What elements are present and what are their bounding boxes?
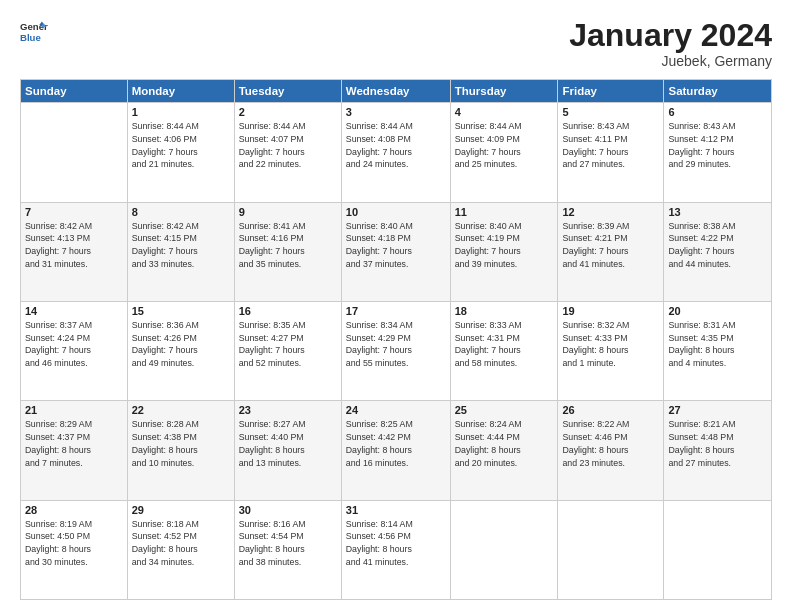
day-info-15: Sunrise: 8:36 AM Sunset: 4:26 PM Dayligh…	[132, 319, 230, 370]
day-number-2: 2	[239, 106, 337, 118]
cell-w2-d3: 17Sunrise: 8:34 AM Sunset: 4:29 PM Dayli…	[341, 301, 450, 400]
day-info-8: Sunrise: 8:42 AM Sunset: 4:15 PM Dayligh…	[132, 220, 230, 271]
cell-w4-d5	[558, 500, 664, 599]
day-number-26: 26	[562, 404, 659, 416]
page: General Blue January 2024 Juebek, German…	[0, 0, 792, 612]
cell-w3-d0: 21Sunrise: 8:29 AM Sunset: 4:37 PM Dayli…	[21, 401, 128, 500]
day-info-30: Sunrise: 8:16 AM Sunset: 4:54 PM Dayligh…	[239, 518, 337, 569]
day-info-24: Sunrise: 8:25 AM Sunset: 4:42 PM Dayligh…	[346, 418, 446, 469]
header: General Blue January 2024 Juebek, German…	[20, 18, 772, 69]
day-info-29: Sunrise: 8:18 AM Sunset: 4:52 PM Dayligh…	[132, 518, 230, 569]
day-info-23: Sunrise: 8:27 AM Sunset: 4:40 PM Dayligh…	[239, 418, 337, 469]
day-number-31: 31	[346, 504, 446, 516]
calendar-body: 1Sunrise: 8:44 AM Sunset: 4:06 PM Daylig…	[21, 103, 772, 600]
day-info-5: Sunrise: 8:43 AM Sunset: 4:11 PM Dayligh…	[562, 120, 659, 171]
day-number-6: 6	[668, 106, 767, 118]
day-info-1: Sunrise: 8:44 AM Sunset: 4:06 PM Dayligh…	[132, 120, 230, 171]
cell-w2-d2: 16Sunrise: 8:35 AM Sunset: 4:27 PM Dayli…	[234, 301, 341, 400]
logo-icon: General Blue	[20, 18, 48, 46]
logo: General Blue	[20, 18, 48, 46]
header-row: Sunday Monday Tuesday Wednesday Thursday…	[21, 80, 772, 103]
cell-w3-d3: 24Sunrise: 8:25 AM Sunset: 4:42 PM Dayli…	[341, 401, 450, 500]
cell-w2-d6: 20Sunrise: 8:31 AM Sunset: 4:35 PM Dayli…	[664, 301, 772, 400]
day-number-10: 10	[346, 206, 446, 218]
day-number-5: 5	[562, 106, 659, 118]
day-info-14: Sunrise: 8:37 AM Sunset: 4:24 PM Dayligh…	[25, 319, 123, 370]
cell-w3-d5: 26Sunrise: 8:22 AM Sunset: 4:46 PM Dayli…	[558, 401, 664, 500]
day-number-11: 11	[455, 206, 554, 218]
cell-w4-d3: 31Sunrise: 8:14 AM Sunset: 4:56 PM Dayli…	[341, 500, 450, 599]
day-number-27: 27	[668, 404, 767, 416]
day-number-17: 17	[346, 305, 446, 317]
cell-w3-d6: 27Sunrise: 8:21 AM Sunset: 4:48 PM Dayli…	[664, 401, 772, 500]
day-info-9: Sunrise: 8:41 AM Sunset: 4:16 PM Dayligh…	[239, 220, 337, 271]
cell-w0-d1: 1Sunrise: 8:44 AM Sunset: 4:06 PM Daylig…	[127, 103, 234, 202]
week-row-1: 7Sunrise: 8:42 AM Sunset: 4:13 PM Daylig…	[21, 202, 772, 301]
col-friday: Friday	[558, 80, 664, 103]
day-info-21: Sunrise: 8:29 AM Sunset: 4:37 PM Dayligh…	[25, 418, 123, 469]
day-number-23: 23	[239, 404, 337, 416]
day-info-12: Sunrise: 8:39 AM Sunset: 4:21 PM Dayligh…	[562, 220, 659, 271]
col-thursday: Thursday	[450, 80, 558, 103]
main-title: January 2024	[569, 18, 772, 53]
day-info-28: Sunrise: 8:19 AM Sunset: 4:50 PM Dayligh…	[25, 518, 123, 569]
day-number-8: 8	[132, 206, 230, 218]
cell-w2-d5: 19Sunrise: 8:32 AM Sunset: 4:33 PM Dayli…	[558, 301, 664, 400]
svg-text:Blue: Blue	[20, 32, 41, 43]
week-row-4: 28Sunrise: 8:19 AM Sunset: 4:50 PM Dayli…	[21, 500, 772, 599]
cell-w0-d0	[21, 103, 128, 202]
day-info-4: Sunrise: 8:44 AM Sunset: 4:09 PM Dayligh…	[455, 120, 554, 171]
cell-w1-d5: 12Sunrise: 8:39 AM Sunset: 4:21 PM Dayli…	[558, 202, 664, 301]
day-info-3: Sunrise: 8:44 AM Sunset: 4:08 PM Dayligh…	[346, 120, 446, 171]
day-number-12: 12	[562, 206, 659, 218]
cell-w2-d1: 15Sunrise: 8:36 AM Sunset: 4:26 PM Dayli…	[127, 301, 234, 400]
cell-w3-d4: 25Sunrise: 8:24 AM Sunset: 4:44 PM Dayli…	[450, 401, 558, 500]
day-number-28: 28	[25, 504, 123, 516]
col-tuesday: Tuesday	[234, 80, 341, 103]
title-block: January 2024 Juebek, Germany	[569, 18, 772, 69]
day-number-13: 13	[668, 206, 767, 218]
cell-w1-d1: 8Sunrise: 8:42 AM Sunset: 4:15 PM Daylig…	[127, 202, 234, 301]
week-row-0: 1Sunrise: 8:44 AM Sunset: 4:06 PM Daylig…	[21, 103, 772, 202]
day-info-18: Sunrise: 8:33 AM Sunset: 4:31 PM Dayligh…	[455, 319, 554, 370]
cell-w1-d4: 11Sunrise: 8:40 AM Sunset: 4:19 PM Dayli…	[450, 202, 558, 301]
day-info-19: Sunrise: 8:32 AM Sunset: 4:33 PM Dayligh…	[562, 319, 659, 370]
day-info-11: Sunrise: 8:40 AM Sunset: 4:19 PM Dayligh…	[455, 220, 554, 271]
day-info-16: Sunrise: 8:35 AM Sunset: 4:27 PM Dayligh…	[239, 319, 337, 370]
day-number-19: 19	[562, 305, 659, 317]
subtitle: Juebek, Germany	[569, 53, 772, 69]
cell-w0-d4: 4Sunrise: 8:44 AM Sunset: 4:09 PM Daylig…	[450, 103, 558, 202]
cell-w0-d2: 2Sunrise: 8:44 AM Sunset: 4:07 PM Daylig…	[234, 103, 341, 202]
day-number-18: 18	[455, 305, 554, 317]
cell-w3-d1: 22Sunrise: 8:28 AM Sunset: 4:38 PM Dayli…	[127, 401, 234, 500]
day-info-25: Sunrise: 8:24 AM Sunset: 4:44 PM Dayligh…	[455, 418, 554, 469]
calendar-table: Sunday Monday Tuesday Wednesday Thursday…	[20, 79, 772, 600]
cell-w4-d0: 28Sunrise: 8:19 AM Sunset: 4:50 PM Dayli…	[21, 500, 128, 599]
day-info-6: Sunrise: 8:43 AM Sunset: 4:12 PM Dayligh…	[668, 120, 767, 171]
col-wednesday: Wednesday	[341, 80, 450, 103]
cell-w2-d4: 18Sunrise: 8:33 AM Sunset: 4:31 PM Dayli…	[450, 301, 558, 400]
col-monday: Monday	[127, 80, 234, 103]
day-info-31: Sunrise: 8:14 AM Sunset: 4:56 PM Dayligh…	[346, 518, 446, 569]
day-number-1: 1	[132, 106, 230, 118]
day-number-15: 15	[132, 305, 230, 317]
day-info-7: Sunrise: 8:42 AM Sunset: 4:13 PM Dayligh…	[25, 220, 123, 271]
day-number-7: 7	[25, 206, 123, 218]
day-number-9: 9	[239, 206, 337, 218]
cell-w1-d2: 9Sunrise: 8:41 AM Sunset: 4:16 PM Daylig…	[234, 202, 341, 301]
day-info-22: Sunrise: 8:28 AM Sunset: 4:38 PM Dayligh…	[132, 418, 230, 469]
day-info-26: Sunrise: 8:22 AM Sunset: 4:46 PM Dayligh…	[562, 418, 659, 469]
cell-w3-d2: 23Sunrise: 8:27 AM Sunset: 4:40 PM Dayli…	[234, 401, 341, 500]
week-row-3: 21Sunrise: 8:29 AM Sunset: 4:37 PM Dayli…	[21, 401, 772, 500]
day-info-2: Sunrise: 8:44 AM Sunset: 4:07 PM Dayligh…	[239, 120, 337, 171]
cell-w1-d6: 13Sunrise: 8:38 AM Sunset: 4:22 PM Dayli…	[664, 202, 772, 301]
day-info-13: Sunrise: 8:38 AM Sunset: 4:22 PM Dayligh…	[668, 220, 767, 271]
col-saturday: Saturday	[664, 80, 772, 103]
day-number-20: 20	[668, 305, 767, 317]
day-number-16: 16	[239, 305, 337, 317]
day-number-22: 22	[132, 404, 230, 416]
day-info-17: Sunrise: 8:34 AM Sunset: 4:29 PM Dayligh…	[346, 319, 446, 370]
day-info-27: Sunrise: 8:21 AM Sunset: 4:48 PM Dayligh…	[668, 418, 767, 469]
day-number-29: 29	[132, 504, 230, 516]
cell-w0-d6: 6Sunrise: 8:43 AM Sunset: 4:12 PM Daylig…	[664, 103, 772, 202]
